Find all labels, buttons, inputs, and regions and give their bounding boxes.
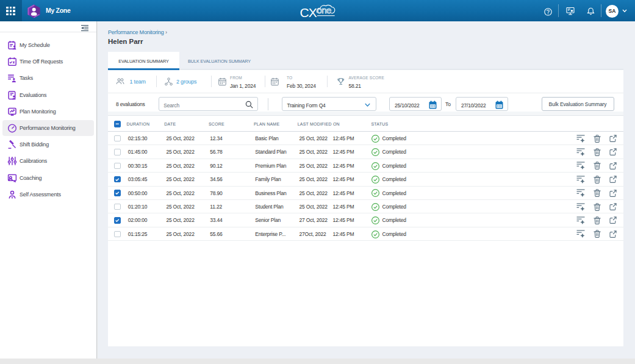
svg-text:CX: CX [300, 5, 317, 20]
svg-text:one: one [317, 5, 331, 15]
